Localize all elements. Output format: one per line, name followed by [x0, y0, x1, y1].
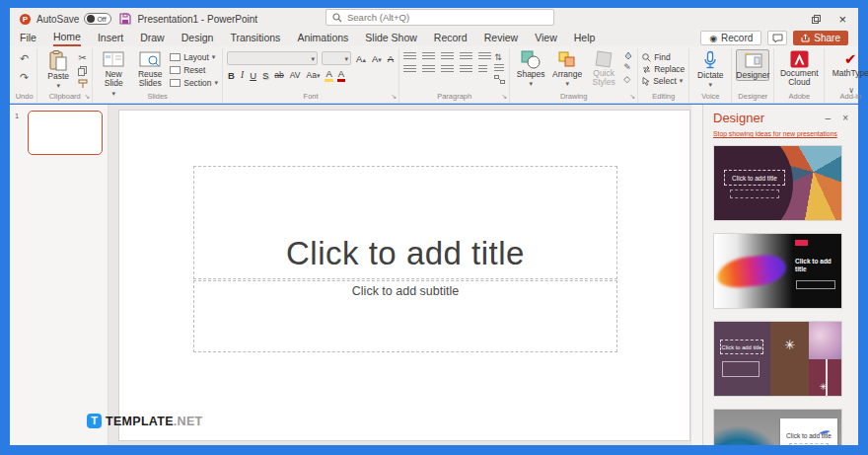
vertical-scrollbar[interactable] [690, 105, 702, 445]
decrease-font-size-button[interactable]: A▾ [371, 53, 383, 64]
toggle-knob-icon [87, 15, 95, 23]
numbering-icon[interactable] [422, 52, 435, 61]
reset-button[interactable]: Reset [170, 65, 218, 75]
quick-styles-button[interactable]: Quick Styles [587, 49, 620, 88]
designer-button[interactable]: Designer [736, 49, 769, 81]
increase-font-size-button[interactable]: A▴ [355, 53, 367, 64]
increase-indent-icon[interactable] [460, 52, 472, 61]
autosave-toggle[interactable]: Off [84, 13, 111, 25]
cut-button[interactable]: ✂ [78, 52, 88, 63]
font-color-button[interactable]: A [337, 68, 345, 82]
tab-home[interactable]: Home [53, 31, 81, 46]
design1-title: Click to add title [724, 170, 785, 186]
designer-minimize-icon[interactable]: – [826, 113, 832, 123]
text-shadow-button[interactable]: S [261, 70, 269, 81]
text-direction-icon[interactable]: ⇅ [494, 52, 505, 62]
stop-showing-ideas-link[interactable]: Stop showing ideas for new presentations [713, 130, 848, 137]
design3-subtitle-box [722, 361, 760, 377]
ribbon-tab-bar: File Home Insert Draw Design Transitions… [10, 30, 858, 46]
paste-button[interactable]: Paste ▾ [41, 49, 75, 90]
document-cloud-button[interactable]: Document Cloud [778, 49, 820, 88]
shapes-button[interactable]: Shapes ▾ [514, 49, 547, 88]
shape-fill-icon[interactable] [623, 51, 633, 60]
collapse-ribbon-icon[interactable]: ∨ [848, 86, 854, 95]
font-size-combobox[interactable]: ▾ [322, 51, 351, 65]
character-spacing-button[interactable]: AV [289, 70, 302, 80]
slide-canvas[interactable]: Click to add title Click to add subtitle [118, 110, 690, 441]
ribbon: ↶ ↷ Undo Paste ▾ ✂ ↘ Clipboard New Slide [10, 46, 858, 104]
autosave-label: AutoSave [36, 14, 79, 25]
reuse-slides-button[interactable]: Reuse Slides [133, 49, 167, 89]
tab-draw[interactable]: Draw [140, 32, 165, 45]
change-case-button[interactable]: Aa▾ [306, 70, 322, 80]
close-window-button[interactable]: × [838, 13, 846, 26]
strikethrough-button[interactable]: ab [273, 70, 284, 80]
new-slide-button[interactable]: New Slide ▾ [97, 49, 130, 97]
comments-button[interactable] [767, 31, 787, 45]
undo-button[interactable]: ↶ [20, 52, 29, 65]
design-suggestion-1[interactable]: Click to add title [713, 145, 842, 221]
align-left-icon[interactable] [403, 65, 416, 74]
align-center-icon[interactable] [422, 65, 435, 74]
copy-button[interactable] [78, 66, 88, 76]
dictate-dropdown-icon[interactable]: ▾ [709, 81, 713, 89]
decrease-indent-icon[interactable] [441, 52, 454, 61]
search-input[interactable]: Search (Alt+Q) [326, 9, 554, 26]
shapes-dropdown-icon[interactable]: ▾ [529, 80, 533, 88]
justify-icon[interactable] [460, 65, 472, 74]
bold-button[interactable]: B [227, 70, 236, 81]
share-button[interactable]: Share [793, 31, 848, 45]
align-right-icon[interactable] [441, 65, 454, 74]
replace-icon [642, 65, 651, 74]
clear-formatting-button[interactable]: A [387, 53, 395, 64]
columns-icon[interactable] [478, 65, 487, 74]
paste-dropdown-icon[interactable]: ▾ [56, 82, 60, 90]
highlight-color-button[interactable]: A [325, 68, 332, 82]
tab-file[interactable]: File [20, 32, 36, 45]
tab-insert[interactable]: Insert [98, 32, 123, 45]
convert-to-smartart-icon[interactable] [494, 75, 505, 84]
line-spacing-icon[interactable] [478, 52, 491, 61]
layout-button[interactable]: Layout▾ [170, 52, 218, 62]
bullets-icon[interactable] [403, 52, 416, 61]
slide-thumbnail[interactable] [28, 111, 103, 155]
tab-record[interactable]: Record [434, 32, 468, 45]
title-placeholder[interactable]: Click to add title [193, 166, 617, 279]
align-text-icon[interactable] [494, 64, 504, 73]
dictate-button[interactable]: Dictate ▾ [693, 49, 727, 89]
find-button[interactable]: Find [642, 52, 685, 62]
design-suggestion-2[interactable]: Click to add title [713, 233, 842, 309]
tab-review[interactable]: Review [484, 32, 518, 45]
underline-button[interactable]: U [249, 70, 257, 81]
designer-close-icon[interactable]: × [842, 113, 848, 123]
tab-view[interactable]: View [535, 32, 557, 45]
arrange-button[interactable]: Arrange ▾ [550, 49, 584, 88]
tab-slide-show[interactable]: Slide Show [365, 32, 417, 45]
replace-button[interactable]: Replace [642, 64, 685, 74]
tab-animations[interactable]: Animations [297, 32, 348, 45]
select-button[interactable]: Select ▾ [642, 76, 685, 86]
shape-outline-icon[interactable]: ✎ [623, 62, 633, 72]
design-suggestion-3[interactable]: Click to add title ✳ ✳ [713, 321, 842, 397]
paste-label: Paste [47, 72, 69, 81]
arrange-dropdown-icon[interactable]: ▾ [565, 80, 569, 88]
shape-effects-icon[interactable]: ◇ [623, 74, 633, 84]
designer-button-label: Designer [736, 71, 769, 80]
section-button[interactable]: Section▾ [170, 78, 218, 88]
redo-button[interactable]: ↷ [20, 71, 29, 84]
font-name-combobox[interactable]: ▾ [227, 51, 318, 65]
ribbon-group-font: ▾ ▾ A▴ A▾ A B I U S ab AV Aa▾ A A [223, 48, 399, 103]
subtitle-placeholder[interactable]: Click to add subtitle [193, 280, 617, 352]
ribbon-group-adobe: Document Cloud Adobe [774, 48, 825, 103]
record-button[interactable]: ◉ Record [700, 31, 761, 45]
mathtype-button[interactable]: ✔ MathType [829, 49, 868, 78]
layout-icon [170, 53, 181, 61]
tab-design[interactable]: Design [181, 32, 214, 45]
tab-transitions[interactable]: Transitions [230, 32, 280, 45]
format-painter-button[interactable] [78, 79, 88, 89]
restore-window-button[interactable] [812, 15, 821, 24]
design-suggestion-4[interactable]: Click to add title [713, 409, 842, 445]
tab-help[interactable]: Help [574, 32, 596, 45]
italic-button[interactable]: I [240, 70, 245, 80]
save-icon[interactable] [119, 13, 131, 25]
